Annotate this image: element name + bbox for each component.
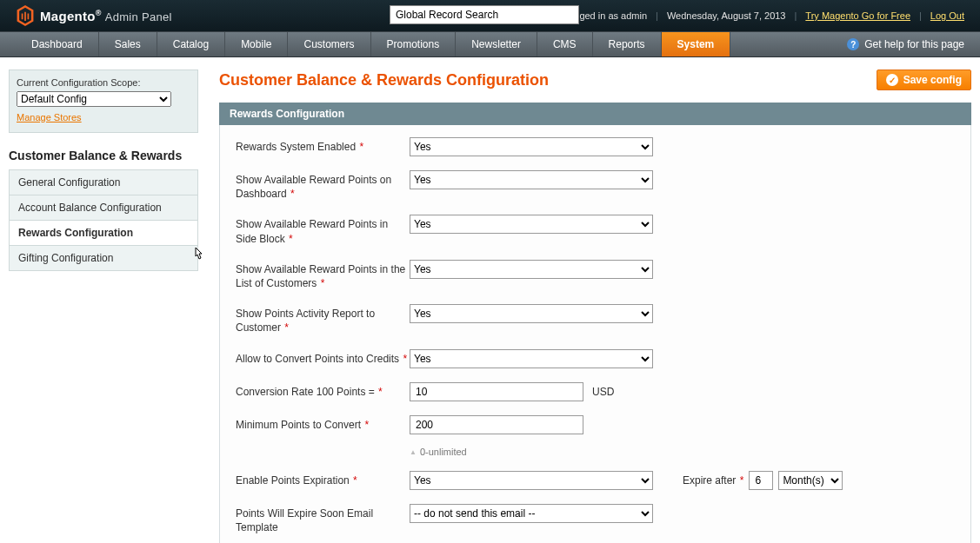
date-text: Wednesday, August 7, 2013: [667, 10, 786, 21]
check-icon: [886, 74, 898, 86]
form-row: Show Available Reward Points in Side Blo…: [236, 215, 955, 245]
sidebar-item-general-configuration[interactable]: General Configuration: [10, 170, 197, 195]
admin-header: Magento®Admin Panel Logged in as admin |…: [0, 0, 980, 31]
field-select[interactable]: Yes: [410, 304, 653, 323]
form-row: Enable Points Expiration *YesExpire afte…: [236, 471, 955, 490]
nav-item-newsletter[interactable]: Newsletter: [456, 32, 537, 56]
field-wrapper: Yes: [410, 349, 955, 368]
page-head: Customer Balance & Rewards Configuration…: [219, 70, 971, 90]
required-asterisk: *: [378, 386, 383, 398]
separator: |: [916, 10, 925, 21]
field-label: Show Available Reward Points in the List…: [236, 260, 410, 290]
required-asterisk: *: [353, 474, 357, 487]
required-asterisk: *: [364, 419, 369, 431]
field-wrapper: Yes: [410, 137, 955, 156]
sidebar-section-title: Customer Balance & Rewards: [9, 149, 198, 162]
nav-item-catalog[interactable]: Catalog: [157, 32, 225, 56]
sidebar-item-rewards-configuration[interactable]: Rewards Configuration: [10, 221, 197, 246]
field-label: Show Points Activity Report to Customer …: [236, 304, 410, 334]
section-header[interactable]: Rewards Configuration: [219, 103, 971, 125]
page-title: Customer Balance & Rewards Configuration: [219, 71, 549, 89]
required-asterisk: *: [290, 188, 295, 200]
nav-item-system[interactable]: System: [662, 32, 731, 56]
field-select[interactable]: Yes: [410, 215, 653, 234]
field-label: Conversion Rate 100 Points = *: [236, 382, 410, 399]
expire-after-unit-select[interactable]: Month(s): [778, 471, 843, 490]
field-wrapper: Yes: [410, 215, 955, 234]
field-label: Minimum Points to Convert *: [236, 415, 410, 432]
field-label: Show Available Reward Points on Dashboar…: [236, 170, 410, 201]
field-label: Enable Points Expiration *: [236, 471, 410, 487]
field-suffix: USD: [592, 386, 614, 398]
scope-select[interactable]: Default Config: [17, 91, 171, 107]
try-magento-link[interactable]: Try Magento Go for Free: [805, 10, 910, 21]
field-label: Show Available Reward Points in Side Blo…: [236, 215, 410, 245]
required-asterisk: *: [284, 321, 289, 334]
form-row: Rewards System Enabled *Yes: [236, 137, 955, 156]
required-asterisk: *: [321, 277, 325, 289]
field-wrapper: Yes: [410, 260, 955, 279]
expire-after-label: Expire after *: [683, 474, 743, 487]
global-search: [390, 5, 579, 24]
form-row: Show Available Reward Points in the List…: [236, 260, 955, 290]
nav-item-dashboard[interactable]: Dashboard: [16, 32, 99, 56]
magento-icon: [16, 5, 35, 26]
field-select[interactable]: -- do not send this email --: [410, 504, 653, 523]
main-content: Customer Balance & Rewards Configuration…: [219, 70, 971, 543]
nav-item-promotions[interactable]: Promotions: [371, 32, 457, 56]
field-select[interactable]: Yes: [410, 260, 653, 279]
required-asterisk: *: [740, 474, 744, 487]
field-wrapper: Yes: [410, 304, 955, 323]
field-note: 0-unlimited: [410, 447, 955, 457]
manage-stores-link[interactable]: Manage Stores: [17, 112, 82, 123]
sidebar-item-gifting-configuration[interactable]: Gifting Configuration: [10, 246, 197, 271]
form-row: Minimum Points to Convert *0-unlimited: [236, 415, 955, 457]
logo: Magento®Admin Panel: [16, 5, 172, 26]
save-config-button[interactable]: Save config: [877, 70, 971, 90]
expire-after-group: Expire after *Month(s): [683, 471, 843, 490]
form-row: Points Will Expire Soon Email Template -…: [236, 504, 955, 534]
field-select[interactable]: Yes: [410, 170, 653, 189]
required-asterisk: *: [359, 141, 363, 153]
save-button-label: Save config: [903, 74, 962, 86]
help-icon: ?: [847, 38, 859, 50]
field-select[interactable]: Yes: [410, 349, 653, 368]
help-text: Get help for this page: [864, 38, 964, 50]
field-wrapper: 0-unlimited: [410, 415, 955, 457]
header-right: Logged in as admin | Wednesday, August 7…: [563, 10, 964, 21]
main-nav: DashboardSalesCatalogMobileCustomersProm…: [0, 31, 980, 57]
nav-item-customers[interactable]: Customers: [288, 32, 370, 56]
logout-link[interactable]: Log Out: [930, 10, 964, 21]
field-label: Rewards System Enabled *: [236, 137, 410, 154]
nav-item-reports[interactable]: Reports: [593, 32, 662, 56]
field-wrapper: USD: [410, 382, 955, 401]
field-select[interactable]: Yes: [410, 137, 653, 156]
sidebar-item-account-balance-configuration[interactable]: Account Balance Configuration: [10, 195, 197, 221]
brand-text: Magento®Admin Panel: [40, 9, 172, 23]
field-input[interactable]: [410, 382, 583, 401]
section-body: Rewards System Enabled *YesShow Availabl…: [219, 125, 971, 543]
required-asterisk: *: [289, 233, 293, 245]
field-select[interactable]: Yes: [410, 471, 653, 490]
scope-label: Current Configuration Scope:: [17, 77, 190, 88]
nav-item-mobile[interactable]: Mobile: [225, 32, 288, 56]
nav-item-sales[interactable]: Sales: [99, 32, 157, 56]
separator: |: [791, 10, 801, 21]
field-label: Allow to Convert Points into Credits *: [236, 349, 410, 366]
form-row: Allow to Convert Points into Credits *Ye…: [236, 349, 955, 368]
global-search-input[interactable]: [390, 5, 579, 24]
field-label: Points Will Expire Soon Email Template: [236, 504, 410, 534]
expire-after-input[interactable]: [749, 471, 773, 490]
help-link[interactable]: ? Get help for this page: [847, 32, 980, 56]
form-row: Conversion Rate 100 Points = *USD: [236, 382, 955, 401]
separator: |: [652, 10, 662, 21]
field-wrapper: YesExpire after *Month(s): [410, 471, 955, 490]
form-row: Show Points Activity Report to Customer …: [236, 304, 955, 334]
field-wrapper: Yes: [410, 170, 955, 189]
sidebar: Current Configuration Scope: Default Con…: [9, 70, 198, 543]
form-row: Show Available Reward Points on Dashboar…: [236, 170, 955, 201]
config-scope-box: Current Configuration Scope: Default Con…: [9, 70, 198, 133]
field-wrapper: -- do not send this email --: [410, 504, 955, 523]
field-input[interactable]: [410, 415, 583, 434]
nav-item-cms[interactable]: CMS: [537, 32, 593, 56]
